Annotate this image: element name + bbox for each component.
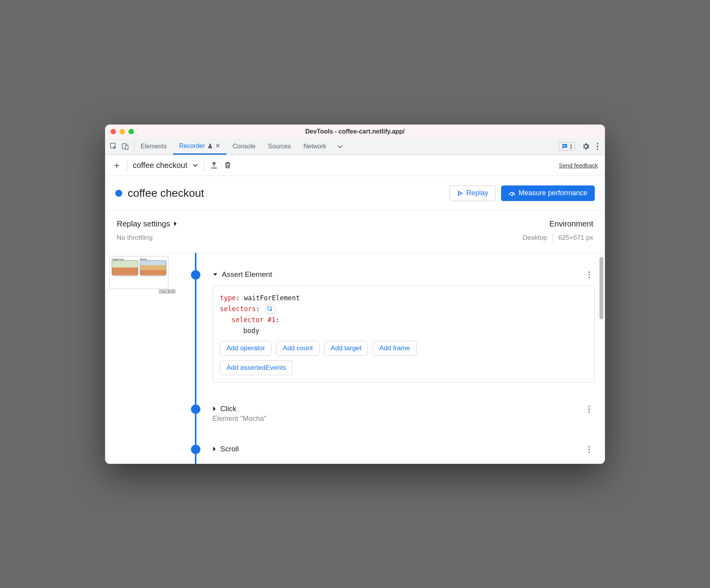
export-icon[interactable]: [210, 161, 218, 169]
svg-rect-2: [125, 145, 128, 150]
replay-settings-toggle[interactable]: Replay settings: [117, 219, 523, 228]
send-feedback-link[interactable]: Send feedback: [559, 162, 598, 169]
tab-network[interactable]: Network: [297, 139, 333, 155]
add-target-button[interactable]: Add target: [324, 341, 368, 356]
step-scroll: Scroll: [175, 445, 595, 453]
step-details-panel: type: waitForElement selectors: selector…: [212, 286, 595, 383]
page-title: coffee checkout: [128, 187, 444, 200]
step-more-icon[interactable]: [588, 271, 590, 279]
step-click: Click Element "Mocha": [175, 404, 595, 423]
step-more-icon[interactable]: [588, 445, 590, 453]
svg-point-13: [589, 406, 590, 407]
timeline-content: Cappuccino Mocha Total: $0.00 Assert Ele…: [105, 253, 605, 464]
gauge-icon: [508, 190, 516, 197]
step-header[interactable]: Scroll: [212, 445, 595, 453]
svg-point-14: [589, 408, 590, 410]
close-window-button[interactable]: [111, 129, 116, 134]
svg-point-8: [512, 194, 512, 195]
devtools-window: DevTools - coffee-cart.netlify.app/ Elem…: [105, 125, 605, 464]
chevron-right-icon: [212, 406, 216, 412]
divider: [553, 234, 553, 242]
selector-value[interactable]: body: [243, 327, 259, 335]
thumbnail-column: Cappuccino Mocha Total: $0.00: [105, 253, 175, 464]
flask-icon: [207, 143, 213, 149]
svg-point-9: [589, 271, 590, 273]
step-title: Click: [220, 404, 236, 413]
scrollbar[interactable]: [599, 257, 603, 319]
step-dot: [191, 404, 200, 414]
svg-point-15: [589, 411, 590, 413]
svg-rect-4: [563, 146, 566, 147]
settings-icon[interactable]: [582, 142, 590, 151]
add-frame-button[interactable]: Add frame: [373, 341, 416, 356]
recording-header: coffee checkout Replay Measure performan…: [105, 176, 605, 211]
chat-icon: [562, 143, 568, 150]
replay-settings-label: Replay settings: [117, 219, 170, 228]
svg-point-17: [589, 449, 590, 450]
tab-console[interactable]: Console: [227, 139, 262, 155]
maximize-window-button[interactable]: [128, 129, 134, 134]
step-title: Scroll: [220, 445, 239, 453]
divider: [204, 159, 204, 171]
svg-point-10: [589, 274, 590, 276]
step-dot: [191, 445, 200, 454]
svg-point-7: [597, 148, 598, 150]
device-value: Desktop: [523, 234, 547, 242]
chevron-right-icon: [173, 221, 177, 226]
new-recording-button[interactable]: ＋: [112, 159, 121, 171]
screenshot-thumbnail[interactable]: Cappuccino Mocha: [110, 256, 168, 289]
type-key: type: [220, 294, 236, 302]
chevron-down-icon: [212, 272, 218, 277]
tab-recorder[interactable]: Recorder ✕: [173, 139, 227, 155]
add-asserted-events-button[interactable]: Add assertedEvents: [220, 360, 293, 375]
add-operator-button[interactable]: Add operator: [220, 341, 271, 356]
recording-selector[interactable]: coffee checkout: [133, 161, 198, 170]
pick-selector-icon[interactable]: [266, 305, 275, 314]
play-icon: [457, 190, 463, 196]
step-more-icon[interactable]: [588, 405, 590, 413]
step-dot: [191, 270, 200, 280]
recording-name: coffee checkout: [133, 161, 187, 170]
tab-elements[interactable]: Elements: [134, 139, 173, 155]
measure-performance-button[interactable]: Measure performance: [501, 185, 595, 201]
steps-timeline: Assert Element type: waitForElement sele…: [175, 253, 605, 464]
device-toggle-icon[interactable]: [121, 143, 129, 150]
svg-point-5: [597, 143, 598, 144]
environment-title: Environment: [523, 219, 593, 228]
step-assert-element: Assert Element type: waitForElement sele…: [175, 270, 595, 383]
settings-row: Replay settings No throttling Environmen…: [105, 211, 605, 253]
chevron-down-icon: [192, 162, 198, 168]
traffic-lights: [111, 129, 134, 134]
chevron-right-icon: [212, 446, 216, 452]
issues-count: 1: [569, 143, 573, 150]
inspect-icon[interactable]: [110, 143, 118, 150]
step-subtitle: Element "Mocha": [212, 415, 595, 423]
throttling-value: No throttling: [117, 234, 523, 242]
tab-sources[interactable]: Sources: [262, 139, 297, 155]
close-tab-icon[interactable]: ✕: [215, 142, 220, 150]
step-header[interactable]: Assert Element: [212, 270, 595, 279]
delete-icon[interactable]: [224, 161, 232, 169]
measure-label: Measure performance: [519, 189, 587, 197]
window-title: DevTools - coffee-cart.netlify.app/: [305, 128, 405, 135]
tab-overflow[interactable]: [333, 139, 348, 155]
step-title: Assert Element: [222, 270, 272, 279]
issues-badge[interactable]: 1: [559, 142, 575, 151]
svg-rect-3: [563, 145, 566, 146]
svg-point-16: [589, 446, 590, 447]
more-icon[interactable]: [596, 142, 599, 151]
svg-point-18: [589, 451, 590, 453]
minimize-window-button[interactable]: [120, 129, 125, 134]
recorder-toolbar: ＋ coffee checkout Send feedback: [105, 155, 605, 176]
selector-label: selector #1: [232, 316, 276, 324]
replay-label: Replay: [466, 189, 488, 197]
type-value: waitForElement: [244, 294, 300, 302]
tab-recorder-label: Recorder: [179, 143, 205, 150]
add-count-button[interactable]: Add count: [276, 341, 319, 356]
step-header[interactable]: Click: [212, 404, 595, 413]
viewport-value: 625×671 px: [558, 234, 593, 242]
selectors-key: selectors: [220, 305, 256, 313]
replay-button[interactable]: Replay: [450, 185, 496, 201]
status-dot: [115, 190, 122, 197]
svg-point-11: [589, 277, 590, 278]
